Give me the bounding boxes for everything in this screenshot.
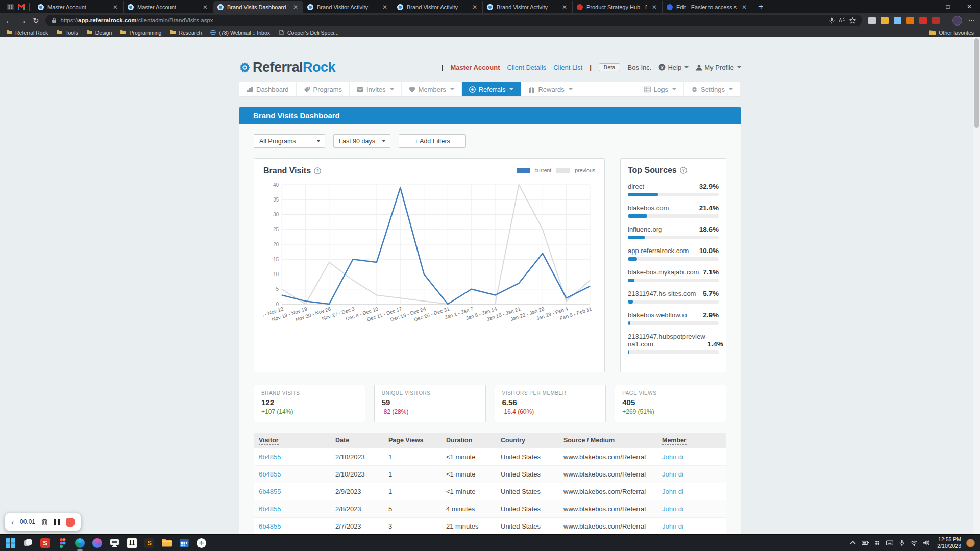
bookmark-item[interactable]: Referral Rock bbox=[6, 30, 48, 36]
tray-slack-tray-icon[interactable] bbox=[874, 539, 881, 546]
taskbar-h-app-icon[interactable]: H bbox=[127, 538, 137, 548]
browser-tab[interactable]: Brand Visitor Activity ✕ bbox=[483, 1, 573, 13]
daterange-filter-select[interactable]: Last 90 days bbox=[333, 134, 390, 148]
source-label[interactable]: 21311947.hs-sites.com bbox=[628, 290, 696, 297]
program-filter-select[interactable]: All Programs bbox=[254, 134, 325, 148]
tab-close-icon[interactable]: ✕ bbox=[561, 4, 568, 11]
bookmark-item[interactable]: (78) Webmail :: Inbox bbox=[210, 30, 270, 36]
other-favorites[interactable]: Other favorites bbox=[929, 30, 974, 36]
tab-close-icon[interactable]: ✕ bbox=[292, 4, 299, 11]
member-link[interactable]: John di bbox=[662, 488, 683, 495]
tab-close-icon[interactable]: ✕ bbox=[112, 4, 119, 11]
extension-icon[interactable] bbox=[906, 17, 914, 24]
tray-battery-icon[interactable] bbox=[862, 539, 869, 546]
nav-tab-programs[interactable]: Programs bbox=[297, 82, 350, 96]
tab-close-icon[interactable]: ✕ bbox=[741, 4, 748, 11]
member-link[interactable]: John di bbox=[662, 505, 683, 513]
taskbar-sharex-icon[interactable]: S bbox=[40, 538, 51, 548]
tray-volume-icon[interactable] bbox=[923, 539, 930, 546]
nav-tab-dashboard[interactable]: Dashboard bbox=[239, 82, 297, 96]
tray-mic-icon[interactable] bbox=[898, 539, 905, 546]
taskbar-start-icon[interactable] bbox=[5, 538, 16, 548]
bookmark-item[interactable]: Tools bbox=[56, 30, 78, 36]
visitor-link[interactable]: 6b4855 bbox=[259, 453, 281, 461]
window-minimize-button[interactable]: – bbox=[916, 0, 937, 13]
read-aloud-icon[interactable]: A bbox=[839, 17, 845, 23]
browser-tab[interactable]: Master Account ✕ bbox=[34, 1, 124, 13]
tab-close-icon[interactable]: ✕ bbox=[202, 4, 209, 11]
help-menu[interactable]: ? Help bbox=[658, 64, 689, 71]
member-link[interactable]: John di bbox=[662, 470, 683, 478]
source-label[interactable]: blakebos.com bbox=[628, 204, 669, 212]
mic-icon[interactable] bbox=[829, 17, 835, 24]
taskbar-calendar-icon[interactable] bbox=[179, 538, 189, 548]
visitor-link[interactable]: 6b4855 bbox=[259, 522, 281, 530]
nav-tab-invites[interactable]: Invites bbox=[350, 82, 402, 96]
tray-keyboard-icon[interactable] bbox=[886, 539, 893, 546]
taskbar-figma-icon[interactable] bbox=[57, 538, 68, 548]
nav-tab-rewards[interactable]: Rewards bbox=[521, 82, 580, 96]
member-link[interactable]: John di bbox=[662, 522, 683, 530]
extension-icon[interactable] bbox=[932, 17, 940, 24]
gmail-pinned-tab-icon[interactable] bbox=[18, 4, 25, 10]
taskbar-edge-icon[interactable] bbox=[75, 538, 85, 548]
nav-tab-logs[interactable]: Logs bbox=[637, 82, 684, 96]
sources-help-icon[interactable]: ? bbox=[680, 167, 687, 174]
bookmark-item[interactable]: Research bbox=[169, 30, 202, 36]
pause-button[interactable] bbox=[54, 519, 60, 525]
taskbar-file-explorer-icon[interactable] bbox=[161, 538, 172, 548]
member-link[interactable]: John di bbox=[662, 453, 683, 461]
source-label[interactable]: direct bbox=[628, 183, 644, 190]
source-label[interactable]: blake-bos.mykajabi.com bbox=[628, 268, 699, 276]
tab-close-icon[interactable]: ✕ bbox=[381, 4, 388, 11]
taskbar-clock[interactable]: 12:55 PM 2/10/2023 bbox=[937, 536, 961, 549]
favorites-star-icon[interactable] bbox=[849, 17, 856, 24]
taskbar-sublime-icon[interactable]: S bbox=[144, 538, 155, 548]
master-account-link[interactable]: Master Account bbox=[450, 64, 500, 71]
browser-tab[interactable]: Brand Visits Dashboard ✕ bbox=[213, 1, 303, 13]
visitor-link[interactable]: 6b4855 bbox=[259, 505, 281, 513]
browser-profile-avatar[interactable] bbox=[952, 16, 962, 26]
source-label[interactable]: influenc.org bbox=[628, 226, 662, 233]
source-label[interactable]: app.referralrock.com bbox=[628, 247, 689, 255]
browser-menu-button[interactable]: ⋯ bbox=[968, 17, 975, 24]
extension-icon[interactable] bbox=[868, 17, 876, 24]
extension-icon[interactable] bbox=[919, 17, 927, 24]
page-scrollbar[interactable] bbox=[973, 37, 980, 534]
browser-tab[interactable]: Product Strategy Hub - Brand vi ✕ bbox=[573, 1, 663, 13]
column-header[interactable]: Visitor bbox=[254, 433, 330, 448]
bookmark-item[interactable]: Design bbox=[86, 30, 112, 36]
referralrock-logo[interactable]: ReferralRock bbox=[239, 60, 335, 76]
source-label[interactable]: 21311947.hubspotpreview-na1.com bbox=[628, 333, 707, 348]
add-filters-button[interactable]: + Add Filters bbox=[399, 134, 466, 148]
back-button[interactable]: ← bbox=[5, 17, 13, 24]
taskbar-task-view-icon[interactable] bbox=[22, 538, 33, 548]
tray-chevron-up-icon[interactable] bbox=[849, 539, 856, 546]
client-list-link[interactable]: Client List bbox=[553, 64, 582, 71]
recorder-collapse-icon[interactable]: ‹ bbox=[11, 518, 14, 527]
tab-search-icon[interactable] bbox=[7, 4, 14, 10]
taskbar-photos-icon[interactable] bbox=[92, 538, 103, 548]
tab-close-icon[interactable]: ✕ bbox=[471, 4, 478, 11]
my-profile-menu[interactable]: My Profile bbox=[696, 64, 741, 71]
source-label[interactable]: blakebos.webflow.io bbox=[628, 311, 687, 319]
taskbar-slack-icon[interactable] bbox=[196, 538, 207, 548]
trash-icon[interactable] bbox=[41, 518, 48, 525]
taskbar-monitor-app-icon[interactable] bbox=[109, 538, 120, 548]
stop-recording-button[interactable] bbox=[66, 518, 75, 527]
nav-tab-referrals[interactable]: Referrals bbox=[462, 82, 522, 96]
browser-tab[interactable]: Master Account ✕ bbox=[124, 1, 213, 13]
refresh-button[interactable]: ↻ bbox=[33, 17, 39, 24]
extension-icon[interactable] bbox=[894, 17, 901, 24]
tray-wifi-icon[interactable] bbox=[911, 539, 918, 546]
address-bar[interactable]: https://app.referralrock.com/clientadmin… bbox=[45, 15, 862, 26]
browser-tab[interactable]: Brand Visitor Activity ✕ bbox=[393, 1, 483, 13]
column-header[interactable]: Member bbox=[657, 433, 726, 448]
browser-tab[interactable]: Edit - Easier to access share - M ✕ bbox=[663, 1, 752, 13]
window-close-button[interactable]: ✕ bbox=[959, 0, 980, 13]
visitor-link[interactable]: 6b4855 bbox=[259, 488, 281, 495]
bookmark-item[interactable]: Cooper's Deli Speci... bbox=[278, 30, 339, 36]
nav-tab-settings[interactable]: Settings bbox=[684, 82, 741, 96]
scrollbar-thumb[interactable] bbox=[974, 38, 979, 128]
visitor-link[interactable]: 6b4855 bbox=[259, 470, 281, 478]
